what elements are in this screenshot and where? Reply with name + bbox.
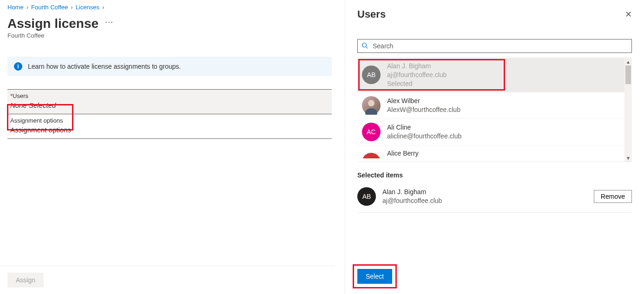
chevron-right-icon: ›: [26, 4, 28, 11]
main-footer: Assign: [0, 266, 335, 294]
user-row[interactable]: Alex Wilber AlexW@fourthcoffee.club: [357, 92, 624, 119]
user-email: aj@fourthcoffee.club: [387, 71, 447, 79]
avatar: AC: [362, 123, 381, 141]
svg-point-3: [365, 108, 377, 115]
user-name: Alice Berry: [387, 149, 419, 158]
page-title: Assign license: [7, 16, 99, 31]
scrollbar[interactable]: ▲ ▼: [624, 58, 632, 162]
scroll-up-icon[interactable]: ▲: [624, 58, 632, 65]
selected-item-row: AB Alan J. Bigham aj@fourthcoffee.club R…: [357, 183, 632, 213]
user-row[interactable]: AC Ali Cline alicline@fourthcoffee.club: [357, 119, 624, 145]
close-icon[interactable]: ✕: [625, 9, 632, 20]
svg-point-2: [368, 100, 375, 106]
remove-button[interactable]: Remove: [594, 190, 632, 203]
assignment-options-section[interactable]: Assignment options Assignment options: [7, 114, 332, 139]
breadcrumb: Home › Fourth Coffee › Licenses ›: [7, 4, 335, 11]
select-button[interactable]: Select: [357, 269, 392, 284]
users-field-label: Users: [13, 92, 28, 99]
users-field-value: None Selected: [10, 101, 329, 109]
breadcrumb-home[interactable]: Home: [7, 4, 24, 11]
scroll-thumb[interactable]: [625, 65, 631, 84]
user-list: AB Alan J. Bigham aj@fourthcoffee.club S…: [357, 58, 632, 162]
options-field-value: Assignment options: [10, 126, 329, 134]
breadcrumb-fourth-coffee[interactable]: Fourth Coffee: [31, 4, 68, 11]
scroll-down-icon[interactable]: ▼: [624, 154, 632, 162]
svg-point-0: [362, 43, 367, 47]
user-row[interactable]: AB Alan J. Bigham aj@fourthcoffee.club S…: [357, 58, 624, 92]
user-name: Alan J. Bigham: [387, 62, 447, 71]
users-panel: Users ✕ AB Alan J. Bigham aj@fourthcoffe…: [345, 0, 644, 294]
search-box[interactable]: [357, 39, 632, 53]
avatar: AB: [362, 153, 381, 158]
info-banner-text: Learn how to activate license assignment…: [28, 63, 181, 70]
options-field-label: Assignment options: [10, 117, 329, 124]
user-name: Alan J. Bigham: [382, 188, 587, 196]
user-name: Ali Cline: [387, 123, 461, 132]
svg-line-1: [366, 47, 368, 49]
panel-title: Users: [357, 8, 386, 20]
user-email: alicline@fourthcoffee.club: [387, 132, 461, 141]
avatar: [362, 96, 381, 115]
info-banner: i Learn how to activate license assignme…: [7, 57, 332, 76]
user-status: Selected: [387, 79, 447, 88]
selected-items-heading: Selected items: [357, 171, 632, 179]
search-icon: [361, 42, 368, 50]
chevron-right-icon: ›: [102, 4, 104, 11]
user-email: AlexW@fourthcoffee.club: [387, 105, 460, 114]
more-button[interactable]: ···: [105, 17, 113, 27]
user-email: aj@fourthcoffee.club: [382, 196, 587, 205]
avatar: AB: [362, 65, 381, 84]
page-subtitle: Fourth Coffee: [7, 32, 335, 39]
breadcrumb-licenses[interactable]: Licenses: [76, 4, 99, 11]
users-section[interactable]: *Users None Selected: [7, 89, 332, 114]
info-icon: i: [14, 62, 22, 71]
user-row[interactable]: AB Alice Berry: [357, 145, 624, 158]
user-name: Alex Wilber: [387, 97, 460, 105]
search-input[interactable]: [372, 42, 628, 50]
assign-button[interactable]: Assign: [7, 273, 44, 287]
avatar: AB: [357, 187, 376, 206]
chevron-right-icon: ›: [71, 4, 72, 11]
